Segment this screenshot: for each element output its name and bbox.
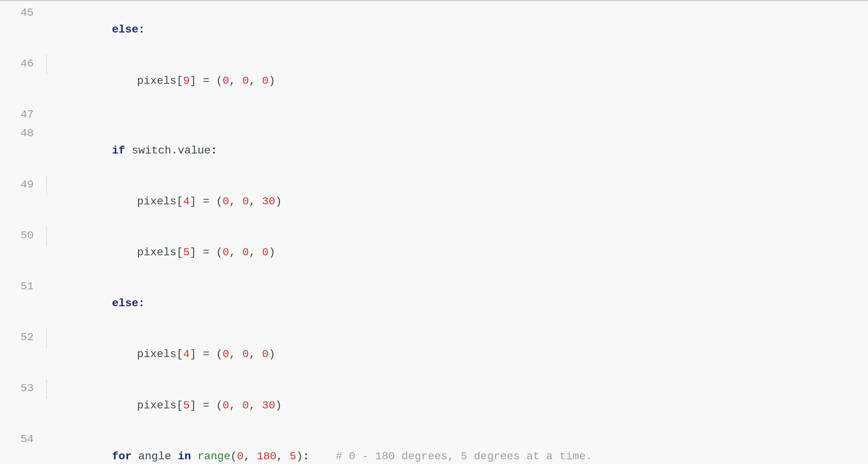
code-line-46: 46 pixels[9] = (0, 0, 0) [0,55,868,106]
line-number-47: 47 [0,106,43,123]
line-content-52: pixels[4] = (0, 0, 0) [43,329,868,380]
code-line-49: 49 pixels[4] = (0, 0, 30) [0,176,868,227]
line-number-46: 46 [0,55,43,72]
line-content-46: pixels[9] = (0, 0, 0) [43,55,868,106]
line-content-54: for angle in range(0, 180, 5): # 0 - 180… [43,431,868,464]
line-number-49: 49 [0,176,43,193]
line-number-45: 45 [0,4,43,21]
line-number-53: 53 [0,380,43,397]
code-line-45: 45 else: [0,4,868,55]
line-number-48: 48 [0,125,43,142]
code-line-52: 52 pixels[4] = (0, 0, 0) [0,329,868,380]
line-number-51: 51 [0,278,43,295]
code-line-48: 48 if switch.value: [0,125,868,176]
line-content-48: if switch.value: [43,125,868,176]
code-line-53: 53 pixels[5] = (0, 0, 30) [0,380,868,431]
line-content-49: pixels[4] = (0, 0, 30) [43,176,868,227]
line-number-52: 52 [0,329,43,346]
code-line-50: 50 pixels[5] = (0, 0, 0) [0,227,868,278]
code-line-47: 47 [0,106,868,125]
line-content-45: else: [43,4,868,55]
line-content-51: else: [43,278,868,329]
line-number-54: 54 [0,431,43,448]
code-line-51: 51 else: [0,278,868,329]
line-content-50: pixels[5] = (0, 0, 0) [43,227,868,278]
code-container: 45 else: 46 pixels[9] = (0, 0, 0) 47 [0,1,868,464]
code-line-54: 54 for angle in range(0, 180, 5): # 0 - … [0,431,868,464]
line-content-53: pixels[5] = (0, 0, 30) [43,380,868,431]
line-number-50: 50 [0,227,43,244]
code-editor: 45 else: 46 pixels[9] = (0, 0, 0) 47 [0,0,868,464]
